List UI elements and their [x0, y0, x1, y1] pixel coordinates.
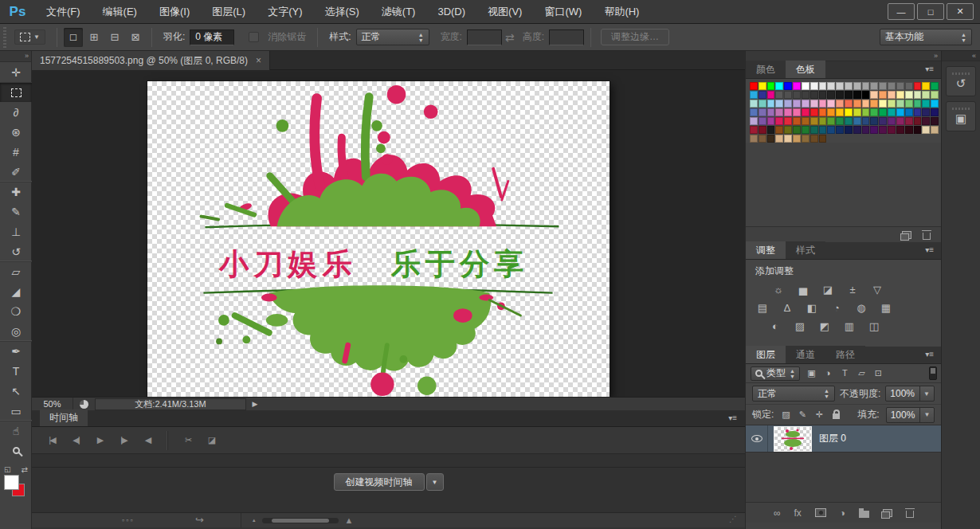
color-swatch[interactable]	[802, 100, 809, 108]
new-swatch-icon[interactable]	[902, 231, 911, 239]
color-swatch[interactable]	[793, 135, 801, 143]
play-button[interactable]: ▶	[88, 431, 112, 450]
pen-tool[interactable]: ✒	[0, 341, 32, 361]
color-swatch[interactable]	[810, 117, 818, 125]
color-swatch[interactable]	[775, 82, 783, 90]
color-swatch[interactable]	[750, 100, 758, 108]
color-swatch[interactable]	[793, 100, 801, 108]
color-swatch[interactable]	[784, 91, 792, 99]
color-swatch[interactable]	[905, 126, 913, 134]
color-swatch[interactable]	[862, 100, 870, 108]
layer-row[interactable]: 图层 0	[746, 425, 942, 453]
color-swatch[interactable]	[870, 108, 878, 116]
color-swatch[interactable]	[775, 91, 783, 99]
color-swatch[interactable]	[896, 108, 904, 116]
color-swatch[interactable]	[775, 117, 783, 125]
close-button[interactable]: ✕	[947, 3, 974, 20]
rectangular-marquee-tool[interactable]	[0, 82, 32, 102]
color-swatch[interactable]	[853, 126, 861, 134]
layer-style-icon[interactable]: fx	[794, 507, 801, 519]
color-swatch[interactable]	[922, 117, 930, 125]
color-swatch[interactable]	[775, 108, 783, 116]
swap-dimensions-icon[interactable]: ⇄	[505, 31, 515, 44]
color-swatch[interactable]	[853, 108, 861, 116]
color-swatch[interactable]	[845, 108, 853, 116]
color-swatch[interactable]	[810, 108, 818, 116]
tab-样式[interactable]: 样式	[786, 241, 825, 259]
lock-all-icon[interactable]	[830, 409, 841, 421]
zoom-out-icon[interactable]: ▴	[253, 517, 256, 523]
fill-input[interactable]: 100%▼	[886, 407, 935, 423]
color-swatch[interactable]	[862, 117, 870, 125]
photo-filter-icon[interactable]: ◔	[828, 301, 845, 314]
color-swatch[interactable]	[931, 91, 939, 99]
eraser-tool[interactable]: ▱	[0, 261, 32, 281]
black-white-icon[interactable]: ◧	[803, 301, 821, 314]
color-swatch[interactable]	[870, 82, 878, 90]
color-swatch[interactable]	[862, 108, 870, 116]
color-swatch[interactable]	[784, 126, 792, 134]
color-swatch[interactable]	[767, 82, 775, 90]
color-swatch[interactable]	[810, 126, 818, 134]
color-swatch[interactable]	[853, 100, 861, 108]
timeline-type-dropdown[interactable]: ▼	[426, 473, 444, 491]
color-swatch[interactable]	[759, 135, 766, 143]
tab-路径[interactable]: 路径	[825, 346, 865, 363]
color-swatch[interactable]	[870, 100, 878, 108]
lasso-tool[interactable]: ∂	[0, 102, 32, 122]
color-swatch[interactable]	[819, 91, 827, 99]
color-swatch[interactable]	[914, 100, 922, 108]
color-swatch[interactable]	[827, 82, 835, 90]
invert-icon[interactable]: ◐	[766, 319, 784, 332]
color-swatch[interactable]	[819, 82, 827, 90]
layer-thumbnail[interactable]	[774, 427, 811, 451]
antialias-checkbox[interactable]	[249, 32, 259, 42]
color-swatch[interactable]	[802, 117, 809, 125]
new-adjustment-layer-icon[interactable]: ◑	[840, 507, 845, 519]
color-swatch[interactable]	[879, 126, 887, 134]
color-swatch[interactable]	[905, 117, 913, 125]
color-swatch[interactable]	[793, 126, 801, 134]
subtract-from-selection-button[interactable]: ⊟	[105, 28, 124, 47]
split-clip-button[interactable]: ✂	[167, 431, 199, 450]
menu-item[interactable]: 文件(F)	[35, 0, 92, 24]
foreground-color-swatch[interactable]	[4, 475, 19, 490]
layer-name[interactable]: 图层 0	[819, 432, 846, 445]
color-swatch[interactable]	[922, 100, 930, 108]
exposure-icon[interactable]: ±	[844, 283, 861, 296]
color-swatch[interactable]	[836, 100, 844, 108]
color-swatch[interactable]	[750, 108, 758, 116]
panel-menu-icon[interactable]: ▾≡	[925, 241, 934, 259]
color-swatch[interactable]	[759, 82, 766, 90]
color-swatch[interactable]	[767, 100, 775, 108]
dodge-tool[interactable]: ◎	[0, 321, 32, 341]
color-swatch[interactable]	[879, 117, 887, 125]
color-swatch[interactable]	[819, 100, 827, 108]
add-layer-mask-icon[interactable]	[815, 508, 826, 517]
color-swatch[interactable]	[784, 135, 792, 143]
lock-image-pixels-icon[interactable]: ✎	[797, 409, 808, 421]
first-frame-button[interactable]: |◀	[40, 431, 64, 450]
color-swatch[interactable]	[853, 91, 861, 99]
color-swatch[interactable]	[931, 108, 939, 116]
color-swatch[interactable]	[836, 126, 844, 134]
menu-item[interactable]: 编辑(E)	[92, 0, 148, 24]
tab-通道[interactable]: 通道	[786, 346, 825, 363]
color-swatch[interactable]	[862, 126, 870, 134]
filter-smart-objects-icon[interactable]: ⊡	[872, 368, 885, 378]
delete-layer-icon[interactable]	[906, 508, 914, 518]
color-balance-icon[interactable]: ∆	[778, 301, 796, 314]
color-swatch[interactable]	[767, 108, 775, 116]
selective-color-icon[interactable]: ◫	[865, 319, 883, 332]
color-swatch[interactable]	[793, 108, 801, 116]
color-swatch[interactable]	[905, 82, 913, 90]
color-swatch[interactable]	[845, 126, 853, 134]
spot-healing-brush-tool[interactable]: ✚	[0, 182, 32, 202]
workspace-select[interactable]: 基本功能▲▼	[880, 29, 972, 45]
color-swatch[interactable]	[853, 82, 861, 90]
curves-icon[interactable]: ◪	[819, 283, 837, 296]
menu-item[interactable]: 3D(D)	[426, 0, 476, 24]
color-swatch[interactable]	[879, 108, 887, 116]
color-swatch[interactable]	[931, 117, 939, 125]
menu-item[interactable]: 图像(I)	[148, 0, 201, 24]
